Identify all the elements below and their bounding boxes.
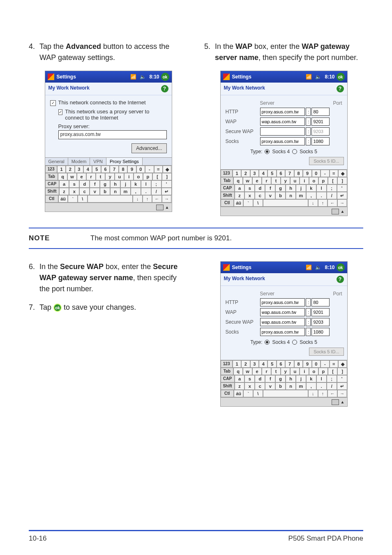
screenshot-secure-wap-settings: Settings 📶 🔈 8:10 ok My Work Network ? S… [220, 261, 348, 407]
socks-port-input[interactable] [311, 137, 330, 145]
col-server: Server [258, 99, 332, 107]
secure-wap-server-input[interactable] [260, 318, 305, 326]
proxy-advanced-form: ServerPort HTTP WAP Secure WAP Socks Typ… [221, 286, 347, 360]
help-icon[interactable]: ? [337, 276, 344, 283]
col-port: Port [331, 99, 344, 107]
radio-socks4[interactable] [265, 149, 270, 154]
socks-server-input[interactable] [260, 328, 305, 336]
tab-modem[interactable]: Modem [68, 158, 90, 165]
tab-general[interactable]: General [45, 158, 68, 165]
title: Settings [232, 265, 304, 270]
secure-wap-port-input[interactable] [311, 318, 330, 326]
secure-wap-port-input[interactable] [311, 127, 330, 136]
speaker-icon: 🔈 [315, 74, 321, 80]
ok-button[interactable]: ok [337, 73, 345, 81]
step-num: 5. [204, 41, 215, 63]
step-num: 7. [29, 302, 39, 313]
http-port-input[interactable] [311, 298, 330, 306]
signal-icon: 📶 [306, 74, 312, 80]
step-text: In the Secure WAP box, enter the Secure … [39, 261, 188, 295]
page-number: 10-16 [29, 534, 46, 543]
col-server: Server [258, 290, 332, 297]
wap-port-input[interactable] [311, 117, 330, 126]
titlebar: Settings 📶 🔈 8:10 ok [221, 262, 347, 273]
checkbox-connects-internet[interactable]: ✓ This network connects to the Internet [50, 99, 167, 106]
tab-proxy-settings[interactable]: Proxy Settings [106, 158, 143, 165]
row-http-label: HTTP [224, 107, 258, 117]
soft-keyboard[interactable]: 1231234567890-=◆ Tabqwertyuiop[] CAPasdf… [221, 169, 347, 207]
radio-socks5[interactable] [292, 149, 297, 154]
note-text: The most common WAP port number is 9201. [90, 234, 232, 242]
radio-socks5[interactable] [292, 340, 297, 345]
ok-button[interactable]: ok [337, 263, 345, 272]
step-text: In the WAP box, enter the WAP gateway se… [215, 41, 363, 63]
wap-server-input[interactable] [260, 117, 305, 126]
network-name: My Work Network [48, 85, 90, 92]
socks5-id-button[interactable]: Socks 5 ID... [309, 348, 344, 356]
signal-icon: 📶 [306, 265, 312, 270]
row-secure-wap-label: Secure WAP [224, 317, 258, 327]
proxy-server-label: Proxy server: [58, 123, 167, 129]
note-label: NOTE [29, 234, 90, 242]
row-socks-label: Socks [224, 327, 258, 337]
screenshot-wap-settings: Settings 📶 🔈 8:10 ok My Work Network ? S… [220, 71, 348, 216]
keyboard-toggle-icon[interactable] [332, 399, 339, 405]
help-icon[interactable]: ? [337, 85, 344, 92]
note-block: NOTE The most common WAP port number is … [29, 228, 363, 249]
step-5: 5. In the WAP box, enter the WAP gateway… [204, 41, 363, 63]
speaker-icon: 🔈 [315, 265, 321, 270]
keyboard-toggle-icon[interactable] [156, 205, 164, 210]
row-http-label: HTTP [224, 297, 258, 307]
network-name: My Work Network [224, 85, 265, 92]
step-text: Tap ok to save your changes. [39, 302, 188, 313]
advanced-button[interactable]: Advanced... [131, 143, 166, 153]
soft-keyboard[interactable]: 1231234567890-=◆ Tabqwertyuiop[] CAPasdf… [45, 165, 172, 203]
step-num: 4. [29, 41, 39, 63]
clock: 8:10 [325, 265, 334, 270]
checkbox-icon: ✓ [50, 100, 56, 106]
clock: 8:10 [325, 74, 334, 80]
signal-icon: 📶 [130, 74, 136, 80]
page-footer: 10-16 P505 Smart PDA Phone [29, 530, 363, 543]
http-port-input[interactable] [311, 108, 330, 116]
subheader: My Work Network ? [221, 273, 347, 286]
up-arrow-icon[interactable]: ▲ [341, 209, 345, 214]
subheader: My Work Network ? [221, 83, 347, 95]
step-4: 4. Tap the Advanced button to access the… [29, 41, 188, 63]
step-7: 7. Tap ok to save your changes. [29, 302, 188, 313]
bottom-bar: ▲ [45, 203, 172, 212]
start-flag-icon[interactable] [48, 74, 54, 80]
up-arrow-icon[interactable]: ▲ [165, 205, 169, 210]
ok-button[interactable]: ok [161, 73, 169, 81]
clock: 8:10 [149, 74, 159, 80]
http-server-input[interactable] [260, 108, 305, 116]
http-server-input[interactable] [260, 298, 305, 306]
title: Settings [57, 74, 129, 80]
title: Settings [232, 74, 304, 80]
proxy-advanced-form: ServerPort HTTP WAP Secure WAP Socks Typ… [221, 95, 347, 169]
wap-server-input[interactable] [260, 308, 305, 316]
up-arrow-icon[interactable]: ▲ [341, 400, 345, 404]
socks-port-input[interactable] [311, 328, 330, 336]
start-flag-icon[interactable] [223, 74, 230, 80]
ok-icon: ok [53, 304, 62, 312]
socks-type-row: Type: Socks 4 Socks 5 [224, 149, 344, 154]
bottom-bar: ▲ [221, 397, 347, 406]
keyboard-toggle-icon[interactable] [332, 209, 339, 214]
socks-type-row: Type: Socks 4 Socks 5 [224, 339, 344, 345]
titlebar: Settings 📶 🔈 8:10 ok [221, 71, 347, 83]
row-secure-wap-label: Secure WAP [224, 127, 258, 136]
wap-port-input[interactable] [311, 308, 330, 316]
checkbox-uses-proxy[interactable]: ✓ This network uses a proxy server to co… [58, 108, 167, 121]
tab-vpn[interactable]: VPN [90, 158, 106, 165]
start-flag-icon[interactable] [223, 264, 230, 271]
soft-keyboard[interactable]: 1231234567890-=◆ Tabqwertyuiop[] CAPasdf… [221, 360, 347, 397]
col-port: Port [331, 290, 344, 297]
socks-server-input[interactable] [260, 137, 305, 145]
socks5-id-button[interactable]: Socks 5 ID... [309, 157, 344, 165]
help-icon[interactable]: ? [161, 85, 168, 92]
proxy-server-input[interactable]: proxy.asus.com.tw [58, 130, 167, 139]
secure-wap-server-input[interactable] [260, 127, 305, 136]
radio-socks4[interactable] [265, 340, 270, 345]
proxy-settings-pane: ✓ This network connects to the Internet … [45, 95, 172, 157]
